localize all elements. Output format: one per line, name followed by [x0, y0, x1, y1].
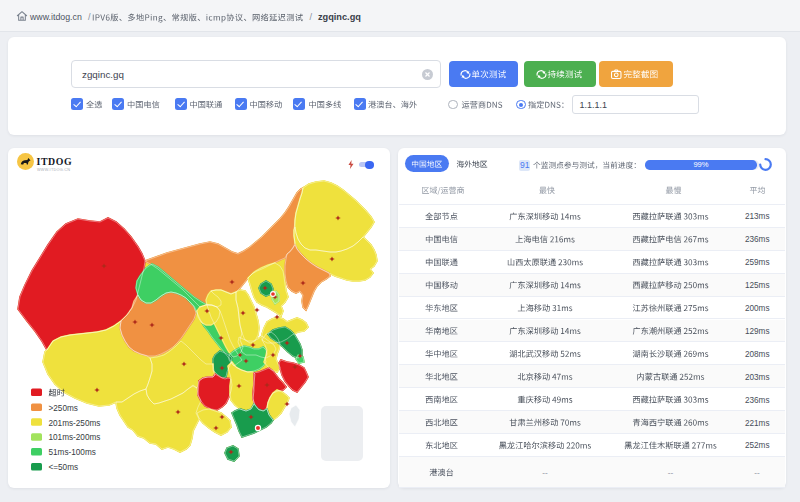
svg-text:203ms: 203ms: [745, 373, 770, 382]
svg-text:201ms-250ms: 201ms-250ms: [49, 419, 101, 428]
svg-text:/: /: [310, 12, 313, 22]
svg-text:--: --: [542, 469, 548, 478]
svg-text:WWW.ITDOG.CN: WWW.ITDOG.CN: [37, 168, 70, 172]
svg-text:51ms-100ms: 51ms-100ms: [49, 448, 96, 457]
svg-text:236ms: 236ms: [745, 235, 770, 244]
svg-text:236ms: 236ms: [745, 396, 770, 405]
svg-text:zgqinc.gq: zgqinc.gq: [318, 12, 361, 22]
svg-text:ITDOG: ITDOG: [37, 156, 73, 167]
svg-text:99%: 99%: [693, 160, 708, 169]
svg-text:www.itdog.cn: www.itdog.cn: [29, 12, 82, 22]
svg-text:259ms: 259ms: [745, 258, 770, 267]
svg-text:zgqinc.gq: zgqinc.gq: [82, 69, 124, 80]
svg-text:221ms: 221ms: [745, 419, 770, 428]
svg-text:125ms: 125ms: [745, 281, 770, 290]
svg-text:/: /: [88, 12, 91, 22]
svg-text:1.1.1.1: 1.1.1.1: [580, 100, 608, 110]
svg-text:>250ms: >250ms: [49, 404, 78, 413]
svg-text:--: --: [754, 469, 760, 478]
svg-text:<=50ms: <=50ms: [49, 463, 79, 472]
svg-text:--: --: [668, 469, 674, 478]
svg-text:213ms: 213ms: [745, 212, 770, 221]
svg-text:91: 91: [520, 160, 530, 170]
svg-text:200ms: 200ms: [745, 304, 770, 313]
svg-text:208ms: 208ms: [745, 350, 770, 359]
svg-text:101ms-200ms: 101ms-200ms: [49, 433, 101, 442]
svg-text:252ms: 252ms: [745, 441, 770, 450]
svg-text:129ms: 129ms: [745, 327, 770, 336]
